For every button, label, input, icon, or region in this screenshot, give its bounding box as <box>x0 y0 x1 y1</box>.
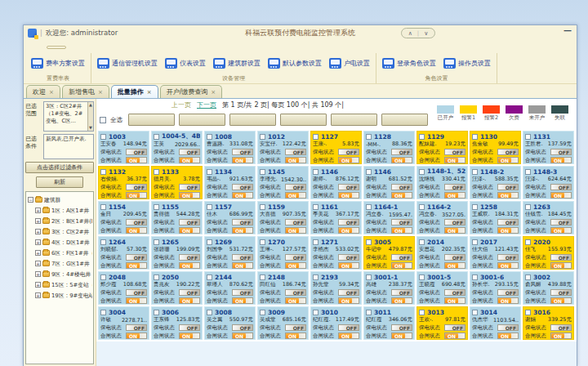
listbox-scrollbar[interactable]: ▲ ▼ <box>87 102 93 131</box>
document-tab[interactable]: 批量操作 × <box>111 85 158 98</box>
meter-card[interactable]: 3014 仇杰华 1103.54.. 保电状态 OFF 合闸状态 <box>470 306 521 340</box>
ribbon-button[interactable]: 登录角色设置 <box>382 58 436 69</box>
tab-close-icon[interactable]: × <box>211 89 216 96</box>
card-checkbox[interactable] <box>154 169 159 175</box>
switch-state-toggle[interactable]: ON <box>550 227 572 234</box>
power-guarantee-toggle[interactable]: OFF <box>338 324 359 331</box>
meter-card[interactable]: 3006 王东锋 125.83元 保电状态 OFF 合闸状态 <box>151 306 203 340</box>
meter-card[interactable]: 1271 李艳杰 533.02元 保电状态 OFF 合闸状态 <box>310 236 362 270</box>
power-guarantee-toggle[interactable]: OFF <box>338 219 359 225</box>
card-checkbox[interactable] <box>154 239 159 245</box>
card-checkbox[interactable] <box>207 310 212 315</box>
switch-state-toggle[interactable]: ON <box>497 157 519 163</box>
power-guarantee-toggle[interactable]: OFF <box>391 149 412 155</box>
card-checkbox[interactable] <box>313 239 318 245</box>
meter-card[interactable]: 1258 王威双. 184.31元 保电状态 OFF 合闸状态 <box>470 201 521 234</box>
power-guarantee-toggle[interactable]: OFF <box>179 219 200 225</box>
power-guarantee-toggle[interactable]: OFF <box>497 289 519 296</box>
switch-state-toggle[interactable]: ON <box>550 192 572 199</box>
power-guarantee-toggle[interactable]: OFF <box>497 219 519 225</box>
meter-card[interactable]: 2020 佳飞 155.93元 保电状态 OFF 合闸状态 <box>523 236 574 270</box>
meter-card[interactable]: 1157 佳木 686.99元 保电状态 OFF 合闸状态 <box>204 201 256 234</box>
expand-expander-icon[interactable]: + <box>35 261 41 266</box>
power-guarantee-toggle[interactable]: OFF <box>179 184 200 190</box>
meter-card[interactable]: 2148 田红仙 186.74元 保电状态 OFF 合闸状态 <box>257 271 309 305</box>
card-checkbox[interactable] <box>313 310 318 315</box>
power-guarantee-toggle[interactable]: OFF <box>444 184 466 190</box>
card-checkbox[interactable] <box>260 134 265 140</box>
power-guarantee-toggle[interactable]: OFF <box>285 324 306 331</box>
switch-state-toggle[interactable]: ON <box>550 297 572 304</box>
meter-card[interactable]: 1154 金日 209.45元 保电状态 OFF 合闸状态 <box>98 201 149 234</box>
tree-root-item[interactable]: − 建筑群 <box>28 194 92 205</box>
card-checkbox[interactable] <box>100 204 106 210</box>
power-guarantee-toggle[interactable]: OFF <box>550 254 572 261</box>
expand-expander-icon[interactable]: + <box>35 239 41 245</box>
meter-card[interactable]: 3009 吴成堂 685.16元 保电状态 OFF 合闸状态 <box>257 306 309 340</box>
switch-state-toggle[interactable]: ON <box>232 227 253 234</box>
scroll-up-icon[interactable]: ▲ <box>89 102 92 108</box>
card-checkbox[interactable] <box>313 134 318 140</box>
power-guarantee-toggle[interactable]: OFF <box>285 289 306 296</box>
switch-state-toggle[interactable]: ON <box>391 192 412 199</box>
card-checkbox[interactable] <box>207 204 212 210</box>
power-guarantee-toggle[interactable]: OFF <box>391 289 412 296</box>
meter-card[interactable]: 3011 纪红霞 346.06元 保电状态 OFF 合闸状态 <box>363 306 415 340</box>
expand-expander-icon[interactable]: + <box>35 250 41 256</box>
card-checkbox[interactable] <box>260 274 265 280</box>
meter-card[interactable]: 1129 配妹建. 19.23元 保电状态 OFF 合闸状态 <box>416 131 468 164</box>
switch-state-toggle[interactable]: ON <box>338 192 359 199</box>
meter-card[interactable]: 1148-2 汪泽-. 588.35元 保电状态 OFF 合闸状态 <box>470 166 521 199</box>
document-tab[interactable]: 开户/缴费查询 × <box>160 85 223 98</box>
tree-item[interactable]: + 2区：B区1#井(B区1#… <box>35 216 92 226</box>
toolbar-button[interactable] <box>179 114 225 126</box>
card-checkbox[interactable] <box>472 134 478 140</box>
selected-condition-box[interactable]: 新风表,已开户表. <box>43 134 94 159</box>
switch-state-toggle[interactable]: ON <box>391 262 412 269</box>
card-checkbox[interactable] <box>419 204 425 210</box>
card-checkbox[interactable] <box>207 239 212 245</box>
meter-card[interactable]: 3010 纪红霞. 117.49元 保电状态 OFF 合闸状态 <box>310 306 362 340</box>
meter-card[interactable]: 3005 牛记中 479.87元 保电状态 OFF 合闸状态 <box>363 236 415 270</box>
power-guarantee-toggle[interactable]: OFF <box>338 254 359 261</box>
meter-card[interactable]: 1164-1 冯立春. 1595.47. 保电状态 OFF 合闸状态 <box>363 201 415 234</box>
meter-card[interactable]: 3013 王欢-. 97.81元 保电状态 OFF 合闸状态 <box>416 306 468 340</box>
power-guarantee-toggle[interactable]: OFF <box>285 149 306 155</box>
meter-card[interactable]: 1265 张碧珊 199.09元 保电状态 OFF 合闸状态 <box>151 236 203 270</box>
tab-close-icon[interactable]: × <box>147 89 152 96</box>
meter-card[interactable]: 1148-1、522 沈继线 330.41元 保电状态 OFF 合闸状态 <box>416 166 468 199</box>
power-guarantee-toggle[interactable]: OFF <box>550 219 572 225</box>
meter-card[interactable]: 3004 许敏 2278.71.. 保电状态 OFF 合闸状态 <box>98 306 149 340</box>
switch-state-toggle[interactable]: ON <box>232 333 253 339</box>
switch-state-toggle[interactable]: ON <box>232 262 253 269</box>
switch-state-toggle[interactable]: ON <box>497 262 519 269</box>
power-guarantee-toggle[interactable]: OFF <box>391 254 412 261</box>
card-checkbox[interactable] <box>525 310 531 315</box>
menu-tab[interactable] <box>47 46 66 49</box>
power-guarantee-toggle[interactable]: OFF <box>550 289 572 296</box>
switch-state-toggle[interactable]: ON <box>338 297 359 304</box>
meter-card[interactable]: 1155 贵得德 544.28元 保电状态 OFF 合闸状态 <box>151 201 203 234</box>
meter-card[interactable]: 2017 佳大佰 121.43元 保电状态 OFF 合闸状态 <box>470 236 521 270</box>
power-guarantee-toggle[interactable]: OFF <box>179 254 200 261</box>
meter-card[interactable]: 2048 郑少霞 108.68元 保电状态 OFF 合闸状态 <box>98 271 149 305</box>
meter-card[interactable]: 1008 曹温路. 331.08元 保电状态 OFF 合闸状态 <box>204 131 256 164</box>
card-checkbox[interactable] <box>100 239 106 245</box>
power-guarantee-toggle[interactable]: OFF <box>550 324 572 331</box>
collapse-expander-icon[interactable]: − <box>28 197 33 203</box>
card-checkbox[interactable] <box>366 274 372 280</box>
switch-state-toggle[interactable]: ON <box>444 157 466 163</box>
card-checkbox[interactable] <box>419 274 425 280</box>
power-guarantee-toggle[interactable]: OFF <box>497 149 519 155</box>
power-guarantee-toggle[interactable]: OFF <box>285 184 306 190</box>
card-checkbox[interactable] <box>472 310 478 315</box>
card-checkbox[interactable] <box>366 204 372 210</box>
tree-item[interactable]: + 6区：F区1#井（F区1#… <box>35 248 92 258</box>
switch-state-toggle[interactable]: ON <box>232 297 253 304</box>
switch-state-toggle[interactable]: ON <box>285 297 306 304</box>
meter-card[interactable]: 1264 刘晓郁. 57.30元 保电状态 OFF 合闸状态 <box>98 236 149 270</box>
meter-card[interactable]: 1146 谢师-. 876.12元 保电状态 OFF 合闸状态 <box>310 166 362 199</box>
power-guarantee-toggle[interactable]: OFF <box>391 184 412 190</box>
selected-range-listbox[interactable]: 3区：C区2#井（1#变电、2#变电、C区… ▲ ▼ <box>43 101 94 132</box>
power-guarantee-toggle[interactable]: OFF <box>285 219 306 225</box>
